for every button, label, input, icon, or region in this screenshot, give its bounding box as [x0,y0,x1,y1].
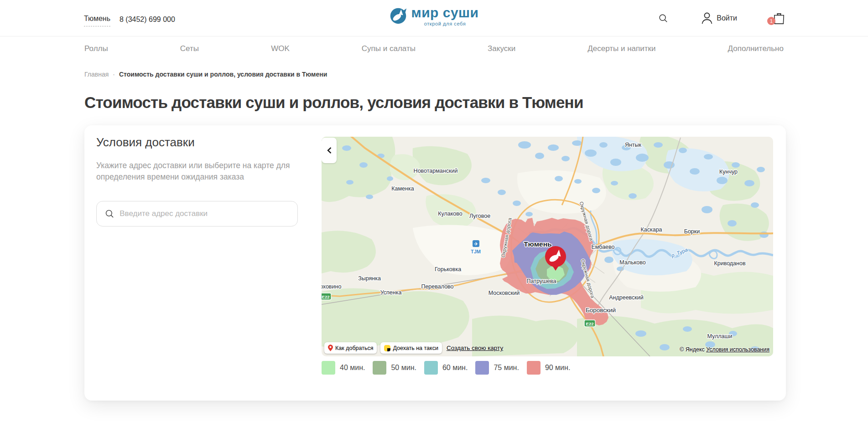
route-pin-icon [328,345,333,351]
city-selector[interactable]: Тюмень [84,15,110,26]
legend-swatch [475,361,489,375]
airport-icon: ✈ [473,240,479,247]
legend-item-90: 90 мин. [527,361,570,375]
map-label-Каменка: Каменка [391,185,414,192]
map-label-Криводанов: Криводанов [714,260,745,267]
yandex-copyright: © Яндекс [680,346,705,353]
legend-item-75: 75 мин. [475,361,519,375]
breadcrumb-separator: · [113,71,115,78]
cart-button[interactable]: 1 [773,11,785,25]
breadcrumb-home[interactable]: Главная [84,71,109,78]
address-search-icon [105,209,114,219]
logo-title: мир суши [411,6,478,20]
map-label-рховино: рховино [322,283,341,290]
delivery-card: Условия доставки Укажите адрес доставки … [84,125,786,401]
map-label-Патрушева: Патрушева [527,278,556,284]
road-badge-E22: E22 [322,293,331,300]
svg-text:✈: ✈ [474,241,478,247]
legend-swatch [373,361,386,375]
top-header: Тюмень 8 (3452) 699 000 мир суши открой … [0,0,868,36]
map-label-Боровский: Боровский [586,307,616,314]
map-label-Янтык: Янтык [625,142,642,148]
nav-item-1[interactable]: Роллы [84,44,108,53]
map-label-Успенка: Успенка [380,289,402,296]
map-label-Новотарманский: Новотарманский [414,168,458,174]
legend-swatch [424,361,438,375]
nav-item-3[interactable]: WOK [271,44,290,53]
main-nav: РоллыСетыWOKСупы и салатыЗакускиДесерты … [84,36,784,53]
map-legend: 40 мин.50 мин.60 мин.75 мин.90 мин. [322,361,578,375]
legend-swatch [527,361,541,375]
map-label-Перевалово: Перевалово [421,283,453,290]
address-search-input[interactable] [120,209,289,218]
legend-item-40: 40 мин. [322,361,365,375]
legend-label: 60 мин. [442,364,468,372]
map-label-Борки: Борки [684,228,700,235]
nav-item-2[interactable]: Сеты [180,44,199,53]
map-canvas: НовотарманскийКаменкаКулаковоЛуговоеГорь… [322,137,773,356]
svg-text:E22: E22 [586,321,594,326]
map-label-Андреевский: Андреевский [609,294,644,301]
login-button[interactable]: Войти [701,12,737,25]
map-label-Муллаши: Муллаши [707,333,732,340]
map-label-Кунчур: Кунчур [719,169,738,175]
map-label-Каскара: Каскара [640,226,662,233]
map-label-Горьковка: Горьковка [435,266,461,273]
nav-item-7[interactable]: Дополнительно [728,44,784,53]
create-map-link[interactable]: Создать свою карту [447,345,503,351]
breadcrumb: Главная · Стоимость доставки суши и ролл… [84,71,327,78]
user-icon [701,12,713,25]
cart-badge: 1 [767,17,775,25]
legend-item-60: 60 мин. [424,361,468,375]
svg-text:E22: E22 [322,294,330,299]
map-attribution: © Яндекс Условия использования [680,346,769,353]
delivery-map[interactable]: НовотарманскийКаменкаКулаковоЛуговоеГорь… [322,137,773,356]
legend-label: 90 мин. [545,364,570,372]
nav-item-6[interactable]: Десерты и напитки [587,44,655,53]
terms-of-use-link[interactable]: Условия использования [706,346,769,353]
taxi-button[interactable]: Доехать на такси [380,342,442,354]
road-badge-E22: E22 [584,320,595,327]
legend-item-50: 50 мин. [373,361,416,375]
map-label-Зырянка: Зырянка [358,275,381,282]
route-button[interactable]: Как добраться [324,342,377,354]
phone-number[interactable]: 8 (3452) 699 000 [120,15,175,24]
map-label-Ембаево: Ембаево [591,244,614,250]
legend-label: 40 мин. [340,364,365,372]
legend-label: 50 мин. [391,364,416,372]
search-icon[interactable] [658,13,668,23]
map-label-Тюмень: Тюмень [524,240,551,248]
map-label-Московский: Московский [489,290,520,296]
map-label-Кулаково: Кулаково [438,211,463,217]
address-search-field[interactable] [96,201,298,226]
logo[interactable]: мир суши открой для себя [389,6,478,26]
breadcrumb-current: Стоимость доставки суши и роллов, услови… [119,71,327,78]
map-back-button[interactable] [322,138,337,163]
taxi-icon [384,345,390,351]
delivery-conditions-description: Укажите адрес доставки или выберите на к… [96,160,301,183]
nav-item-5[interactable]: Закуски [488,44,515,53]
logo-fish-icon [389,6,407,25]
delivery-conditions-heading: Условия доставки [96,135,195,149]
login-label: Войти [717,14,737,22]
logo-tagline: открой для себя [411,21,478,26]
back-chevron-icon [327,147,332,154]
map-label-Мальково: Мальково [619,259,645,266]
map-label-Луговое: Луговое [469,213,490,219]
legend-swatch [322,361,335,375]
map-label-TJM: TJM [471,249,481,254]
page-title: Стоимость доставки суши и роллов, услови… [84,93,583,112]
legend-label: 75 мин. [494,364,519,372]
nav-item-4[interactable]: Супы и салаты [362,44,416,53]
